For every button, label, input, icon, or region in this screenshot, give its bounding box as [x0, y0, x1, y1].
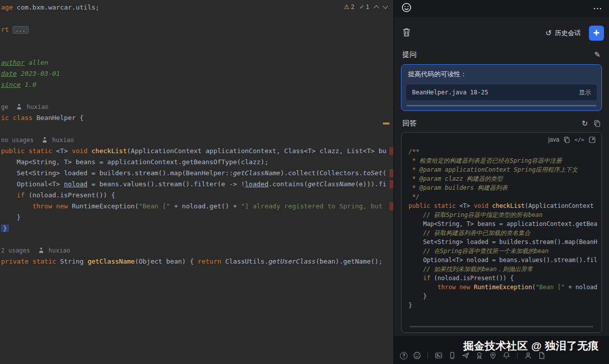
- answer-code-card: java </> /** * 检查给定的构建器列表是否已经在Spring容器中注…: [401, 132, 602, 333]
- code-line: private static String getClassName(Objec…: [1, 256, 393, 267]
- code-line: Optional<T> noload = beans.values().stre…: [409, 256, 594, 265]
- code-line: 2 usages huxiao: [1, 245, 393, 256]
- session-toolbar: ↺ 历史会话 +: [394, 23, 609, 43]
- code-line: throw new RuntimeException("Bean [" + no…: [1, 201, 393, 212]
- code-card-header: java </>: [401, 133, 601, 144]
- show-link[interactable]: 显示: [579, 88, 591, 97]
- history-icon: ↺: [545, 29, 552, 38]
- scrollbar-warning-stripe[interactable]: [383, 123, 389, 125]
- file-reference-chip[interactable]: BeanHelper.java 18-25 显示: [405, 84, 597, 101]
- delete-session-button[interactable]: [402, 28, 411, 39]
- code-line: Set<String> loaded = builders.stream().m…: [1, 168, 393, 179]
- question-text: 提高代码的可读性：: [405, 70, 597, 79]
- question-label: 提问: [402, 50, 417, 59]
- file-reference: BeanHelper.java 18-25: [412, 89, 488, 96]
- panel-topbar: ⋯: [394, 0, 609, 17]
- overflow-marker: [389, 169, 393, 177]
- code-line: [1, 13, 393, 24]
- overflow-marker: [389, 180, 393, 188]
- code-line: * @param applicationContext Spring应用程序上下…: [409, 165, 594, 174]
- code-line: [1, 124, 393, 135]
- code-line: public static <T> void checkList(Applica…: [1, 146, 393, 157]
- ok-count: 1: [366, 4, 369, 11]
- toolbar-divider: [428, 352, 428, 359]
- code-line: date 2023-03-01: [1, 68, 393, 79]
- code-line: Set<String> loaded = builders.stream().m…: [409, 237, 594, 247]
- new-session-button[interactable]: +: [589, 26, 604, 41]
- code-line: }: [409, 301, 594, 310]
- code-line: * @param clazz 构建器的类型: [409, 174, 594, 183]
- code-line: // 获取构建器列表中已加载的类名集合: [409, 228, 594, 237]
- inspections-widget[interactable]: ⚠ 2 ✔ 1: [342, 2, 389, 12]
- code-line: * 检查给定的构建器列表是否已经在Spring容器中注册: [409, 156, 594, 165]
- screenshot-icon[interactable]: [435, 351, 443, 359]
- code-line: [1, 35, 393, 46]
- code-line: // 如果找到未加载的bean，则抛出异常: [409, 265, 594, 274]
- answer-section-header: 回答 ↻: [394, 119, 609, 128]
- code-line: if (noload.isPresent()) {: [409, 274, 594, 283]
- toolbar-divider: [517, 352, 518, 359]
- history-label: 历史会话: [555, 29, 581, 38]
- warning-count: 2: [351, 4, 355, 11]
- code-line: age com.bxm.warcar.utils;: [1, 2, 393, 13]
- editor-code-lines: age com.bxm.warcar.utils;rt...author all…: [0, 0, 393, 267]
- code-line: ge huxiao: [1, 101, 393, 112]
- help-icon[interactable]: ?: [400, 352, 408, 359]
- question-scrollbar[interactable]: [407, 105, 596, 106]
- code-line: Optional<T> noload = beans.values().stre…: [1, 179, 393, 190]
- author-avatar-icon: [17, 104, 22, 109]
- code-line: // 获取Spring容器中指定类型的所有bean: [409, 210, 594, 219]
- code-line: throw new RuntimeException("Bean [" + no…: [409, 283, 594, 292]
- code-line: }: [409, 292, 594, 301]
- ai-assistant-panel: ⋯ ↺ 历史会话 + 提问 ✎ 提高代码的可读性： BeanHelper.jav…: [393, 0, 609, 364]
- warnings-indicator[interactable]: ⚠ 2: [344, 3, 354, 11]
- code-line: */: [409, 192, 594, 201]
- warning-icon: ⚠: [344, 3, 350, 11]
- ok-indicator[interactable]: ✔ 1: [359, 4, 369, 11]
- question-card: 提高代码的可读性： BeanHelper.java 18-25 显示: [401, 64, 602, 111]
- code-horizontal-scrollbar[interactable]: [410, 326, 593, 327]
- prev-issue-chevron-icon[interactable]: [373, 5, 379, 11]
- check-icon: ✔: [359, 4, 364, 11]
- code-editor[interactable]: age com.bxm.warcar.utils;rt...author all…: [0, 0, 393, 364]
- code-line: Map<String, T> beans = applicationContex…: [409, 219, 594, 228]
- code-line: since 1.0: [1, 79, 393, 90]
- overflow-marker: [389, 147, 393, 155]
- code-line: * @param builders 构建器列表: [409, 183, 594, 192]
- history-sessions-button[interactable]: ↺ 历史会话: [545, 29, 581, 38]
- code-line: [1, 234, 393, 245]
- code-line: Map<String, T> beans = applicationContex…: [1, 157, 393, 168]
- answer-label: 回答: [402, 119, 417, 128]
- watermark: 掘金技术社区 @ 独泪了无痕: [463, 339, 599, 353]
- copy-answer-icon[interactable]: [594, 120, 600, 127]
- code-line: }: [1, 212, 393, 223]
- code-line: /**: [409, 147, 594, 156]
- code-line: [1, 90, 393, 101]
- insert-code-icon[interactable]: </>: [574, 137, 584, 143]
- edit-question-icon[interactable]: ✎: [594, 50, 600, 59]
- code-line: }: [1, 223, 393, 234]
- answer-code-lines: /** * 检查给定的构建器列表是否已经在Spring容器中注册 * @para…: [401, 144, 601, 313]
- emoji-icon[interactable]: [413, 351, 421, 359]
- author-avatar-icon: [38, 248, 44, 253]
- code-line: author allen: [1, 57, 393, 68]
- next-issue-chevron-icon[interactable]: [382, 3, 388, 9]
- regenerate-icon[interactable]: ↻: [581, 119, 588, 128]
- expand-code-icon[interactable]: [589, 137, 595, 143]
- code-line: if (noload.isPresent()) {: [1, 190, 393, 201]
- copy-code-icon[interactable]: [564, 137, 570, 143]
- question-section-header: 提问 ✎: [394, 50, 609, 59]
- more-options-icon[interactable]: ⋯: [593, 4, 602, 13]
- code-line: [1, 46, 393, 57]
- code-line: public static <T> void checkList(Applica…: [409, 201, 594, 210]
- code-line: rt...: [1, 24, 393, 35]
- assistant-smiley-icon: [401, 2, 412, 15]
- screen: age com.bxm.warcar.utils;rt...author all…: [0, 0, 609, 364]
- language-label: java: [548, 136, 559, 143]
- author-avatar-icon: [42, 137, 47, 143]
- overflow-marker: [389, 202, 393, 210]
- code-line: // 在Spring容器中查找第一个未加载的bean: [409, 247, 594, 256]
- code-line: no usages huxiao: [1, 135, 393, 146]
- phone-icon[interactable]: [448, 351, 456, 359]
- code-line: ic class BeanHelper {: [1, 112, 393, 124]
